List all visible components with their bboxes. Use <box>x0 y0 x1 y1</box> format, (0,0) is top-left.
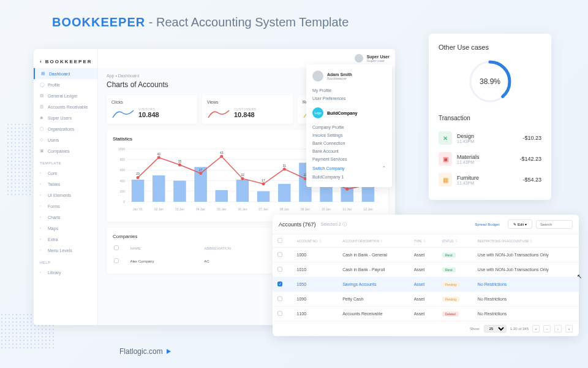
search-input[interactable] <box>536 220 573 229</box>
svg-rect-16 <box>173 181 186 202</box>
sort-icon: ⇅ <box>319 239 322 243</box>
cell-account-no: 1100 <box>292 307 337 321</box>
company-link[interactable]: Invoice Settings <box>312 131 386 139</box>
checkbox[interactable] <box>277 252 282 257</box>
topbar-user[interactable]: Super User Super user <box>355 54 390 63</box>
table-row[interactable]: 1090 Petty Cash Asset Pending No Restric… <box>273 292 579 307</box>
sidebar-item-companies[interactable]: ▣Companies <box>34 145 97 156</box>
column-header[interactable]: RESTRICTIONS ON ACCOUNT USE⇅ <box>473 234 579 248</box>
sidebar-item-profile[interactable]: ◯Profile <box>34 79 97 90</box>
selected-count: Selected 2 ⓘ <box>321 221 347 228</box>
cell-status: Rand <box>437 263 473 277</box>
sidebar-item-organizations[interactable]: ▢Organizations <box>34 123 97 134</box>
svg-text:05 Jan: 05 Jan <box>217 207 226 211</box>
table-row[interactable]: 1100 Accounts Receivable Asset Deleted N… <box>273 307 579 321</box>
profile-company: Logo BuildCompany <box>312 107 386 118</box>
checkbox[interactable] <box>277 267 282 272</box>
checkbox[interactable] <box>114 245 119 250</box>
company-link[interactable]: Bank Account <box>312 147 386 155</box>
checkbox[interactable] <box>277 311 282 316</box>
transaction-name: Design <box>457 133 518 139</box>
table-row[interactable]: 1050 Savings Accounts Asset Pending No R… <box>273 277 579 292</box>
checkbox[interactable] <box>114 258 119 263</box>
svg-point-48 <box>262 182 265 185</box>
sidebar-item-core[interactable]: ◦Core <box>34 167 97 178</box>
sparkline-icon <box>111 107 135 119</box>
menu-icon: ◦ <box>40 182 45 186</box>
sidebar-item-library[interactable]: ◦Library <box>34 267 97 278</box>
svg-text:43: 43 <box>220 151 224 155</box>
column-header[interactable]: ACCOUNT DESCRIPTION⇅ <box>337 234 409 248</box>
company-name: BuildCompany <box>327 111 357 115</box>
sidebar-item-accounts-receivable[interactable]: ▥Accounts Receivable <box>34 101 97 112</box>
menu-icon: ▦ <box>41 71 46 76</box>
spread-budget-button[interactable]: Spread Budget <box>470 221 504 228</box>
sidebar-item-menu-levels[interactable]: ◦Menu Levels <box>34 245 97 256</box>
menu-icon: ▢ <box>40 126 45 131</box>
last-page-button[interactable]: » <box>565 325 573 332</box>
menu-icon: ◆ <box>40 115 45 120</box>
page-title-bar: BOOKKEEPER - React Accounting System Tem… <box>52 15 349 29</box>
profile-link[interactable]: User Preferences <box>312 94 386 102</box>
prev-page-button[interactable]: ‹ <box>543 325 551 332</box>
cell-status: Deleted <box>437 307 473 321</box>
column-header[interactable]: ACCOUNT NO.⇅ <box>292 234 337 248</box>
sort-icon: ⇅ <box>380 239 383 243</box>
profile-header: Adam Smith Bookkeeper <box>312 71 386 82</box>
sidebar-item-forms[interactable]: ◦Forms <box>34 201 97 212</box>
menu-icon: ◦ <box>40 204 45 209</box>
table-row[interactable]: 1000 Cash in Bank - General Asset Rand U… <box>273 248 579 263</box>
company-link[interactable]: Payment Services <box>312 155 386 163</box>
column-header[interactable]: STATUS⇅ <box>437 234 473 248</box>
transaction-time: 11.43PM <box>457 139 518 144</box>
table-row[interactable]: 1010 Cash in Bank - Payroll Asset Rand U… <box>273 263 579 277</box>
page-size-select[interactable]: 25 <box>484 325 507 332</box>
sidebar-item-label: Companies <box>48 149 69 153</box>
status-badge: Rand <box>442 253 456 258</box>
title-brand: BOOKKEEPER <box>52 15 145 29</box>
cell-restrictions: Use with NON-Job Transactions Only <box>473 263 579 277</box>
company-option[interactable]: BuildCompany 1 <box>312 173 386 181</box>
sidebar-item-users[interactable]: ◇Users <box>34 134 97 145</box>
next-page-button[interactable]: › <box>554 325 562 332</box>
edit-button[interactable]: ✎ Edit ▾ <box>508 220 532 229</box>
sidebar-item-charts[interactable]: ◦Charts <box>34 212 97 223</box>
accounts-panel: Accounts (767) Selected 2 ⓘ Spread Budge… <box>273 215 579 336</box>
svg-point-44 <box>220 155 223 158</box>
svg-rect-22 <box>236 180 249 202</box>
sidebar-item-super-users[interactable]: ◆Super Users <box>34 112 97 123</box>
svg-rect-12 <box>132 180 145 202</box>
checkbox[interactable] <box>277 296 282 301</box>
sidebar-item-maps[interactable]: ◦Maps <box>34 223 97 234</box>
cell-type: Asset <box>409 277 437 292</box>
sidebar-item-tables[interactable]: ◦Tables <box>34 178 97 190</box>
company-link[interactable]: Company Profile <box>312 123 386 131</box>
chevron-down-icon: ▾ <box>525 223 527 226</box>
svg-text:02 Jan: 02 Jan <box>154 207 164 211</box>
first-page-button[interactable]: « <box>532 325 540 332</box>
svg-text:27: 27 <box>199 168 203 172</box>
svg-point-42 <box>199 172 202 175</box>
svg-text:04 Jan: 04 Jan <box>196 207 205 211</box>
svg-text:06 Jan: 06 Jan <box>238 207 247 211</box>
checkbox[interactable] <box>277 238 282 243</box>
sidebar-item-dashboard[interactable]: ▦Dashboard <box>34 68 97 79</box>
company-link[interactable]: Bank Connection <box>312 139 386 147</box>
sidebar-item-general-ledger[interactable]: ▤General Ledger <box>34 90 97 101</box>
sidebar-brand[interactable]: ‹ BOOKKEEPER <box>34 55 97 68</box>
column-header[interactable]: TYPE⇅ <box>409 234 437 248</box>
sidebar-item-extra[interactable]: ◦Extra <box>34 234 97 245</box>
profile-link[interactable]: My Profile <box>312 86 386 94</box>
status-badge: Pending <box>442 282 459 287</box>
transaction-time: 11.43PM <box>457 181 518 185</box>
cell-type: Asset <box>409 248 437 263</box>
sidebar-item-ui-elements[interactable]: ◦UI Elements <box>34 190 97 201</box>
checkbox[interactable] <box>277 282 282 286</box>
menu-icon: ▥ <box>40 104 45 109</box>
avatar-icon <box>355 54 363 63</box>
switch-company-button[interactable]: Switch Company ⌃ <box>312 163 386 173</box>
svg-text:23: 23 <box>136 172 140 175</box>
footer-brand[interactable]: Flatlogic.com <box>119 347 171 356</box>
menu-icon: ◯ <box>40 82 45 87</box>
sidebar-item-label: Library <box>48 270 61 275</box>
